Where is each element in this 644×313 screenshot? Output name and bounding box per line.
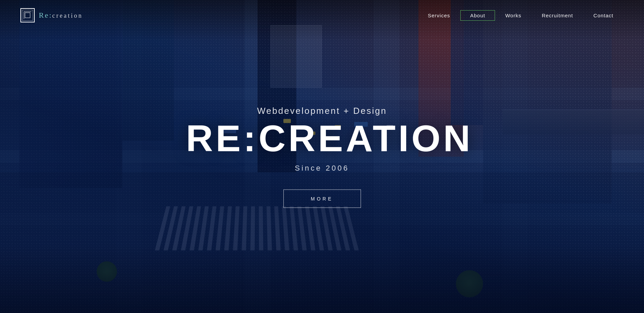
- nav-about[interactable]: About: [460, 10, 495, 21]
- logo-colon: Re:: [39, 11, 52, 19]
- logo-text: Re:creation: [39, 11, 83, 20]
- logo-icon-inner: [25, 13, 30, 18]
- hero-content: Webdevelopment + Design RE:CREATION Sinc…: [186, 105, 458, 208]
- nav-recruitment[interactable]: Recruitment: [531, 10, 583, 21]
- nav-links: Services About Works Recruitment Contact: [417, 10, 624, 21]
- logo[interactable]: Re:creation: [20, 8, 83, 22]
- hero-title: RE:CREATION: [186, 119, 458, 157]
- hero-subtitle: Webdevelopment + Design: [186, 105, 458, 116]
- hero-since: Since 2006: [186, 163, 458, 172]
- nav-works[interactable]: Works: [495, 10, 531, 21]
- logo-icon: [20, 8, 35, 22]
- nav-contact[interactable]: Contact: [583, 10, 624, 21]
- bottom-gradient: [0, 245, 644, 313]
- navbar: Re:creation Services About Works Recruit…: [0, 0, 644, 31]
- logo-rest: creation: [52, 12, 83, 19]
- nav-services[interactable]: Services: [417, 10, 460, 21]
- hero-section: Re:creation Services About Works Recruit…: [0, 0, 644, 313]
- more-button[interactable]: MORE: [283, 189, 361, 208]
